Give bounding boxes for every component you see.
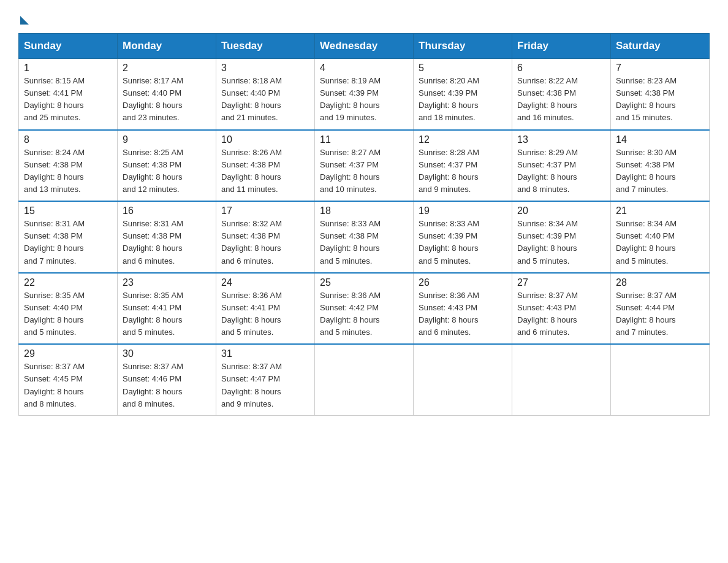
day-info: Sunrise: 8:23 AMSunset: 4:38 PMDaylight:… [616,75,704,124]
day-info: Sunrise: 8:22 AMSunset: 4:38 PMDaylight:… [517,75,605,124]
empty-cell [414,344,512,415]
weekday-header-row: SundayMondayTuesdayWednesdayThursdayFrid… [19,34,710,59]
week-row-5: 29Sunrise: 8:37 AMSunset: 4:45 PMDayligh… [19,344,710,415]
day-cell-31: 31Sunrise: 8:37 AMSunset: 4:47 PMDayligh… [216,344,315,415]
day-info: Sunrise: 8:37 AMSunset: 4:44 PMDaylight:… [616,289,704,339]
day-info: Sunrise: 8:32 AMSunset: 4:38 PMDaylight:… [221,218,309,267]
day-number: 28 [616,277,704,288]
day-cell-4: 4Sunrise: 8:19 AMSunset: 4:39 PMDaylight… [315,59,414,130]
week-row-2: 8Sunrise: 8:24 AMSunset: 4:38 PMDaylight… [19,130,710,202]
day-info: Sunrise: 8:37 AMSunset: 4:46 PMDaylight:… [123,361,211,410]
weekday-header-friday: Friday [512,34,611,59]
logo [18,12,29,22]
day-cell-29: 29Sunrise: 8:37 AMSunset: 4:45 PMDayligh… [19,344,118,415]
day-cell-26: 26Sunrise: 8:36 AMSunset: 4:43 PMDayligh… [414,273,512,345]
week-row-4: 22Sunrise: 8:35 AMSunset: 4:40 PMDayligh… [19,273,710,345]
day-number: 12 [419,134,507,145]
day-info: Sunrise: 8:34 AMSunset: 4:40 PMDaylight:… [616,218,704,267]
day-number: 19 [419,205,507,216]
day-cell-10: 10Sunrise: 8:26 AMSunset: 4:38 PMDayligh… [216,130,315,202]
day-info: Sunrise: 8:29 AMSunset: 4:37 PMDaylight:… [517,147,605,196]
day-number: 5 [419,63,507,74]
day-number: 21 [616,205,704,216]
day-number: 26 [419,277,507,288]
day-cell-5: 5Sunrise: 8:20 AMSunset: 4:39 PMDaylight… [414,59,512,130]
day-info: Sunrise: 8:20 AMSunset: 4:39 PMDaylight:… [419,75,507,124]
day-info: Sunrise: 8:19 AMSunset: 4:39 PMDaylight:… [320,75,408,124]
weekday-header-wednesday: Wednesday [315,34,414,59]
day-number: 10 [221,134,309,145]
day-number: 2 [123,63,211,74]
day-number: 18 [320,205,408,216]
day-number: 22 [24,277,112,288]
day-info: Sunrise: 8:26 AMSunset: 4:38 PMDaylight:… [221,147,309,196]
day-cell-6: 6Sunrise: 8:22 AMSunset: 4:38 PMDaylight… [512,59,611,130]
day-number: 3 [221,63,309,74]
day-cell-7: 7Sunrise: 8:23 AMSunset: 4:38 PMDaylight… [611,59,710,130]
day-cell-27: 27Sunrise: 8:37 AMSunset: 4:43 PMDayligh… [512,273,611,345]
day-number: 4 [320,63,408,74]
week-row-3: 15Sunrise: 8:31 AMSunset: 4:38 PMDayligh… [19,201,710,273]
day-info: Sunrise: 8:35 AMSunset: 4:41 PMDaylight:… [123,289,211,339]
day-info: Sunrise: 8:34 AMSunset: 4:39 PMDaylight:… [517,218,605,267]
week-row-1: 1Sunrise: 8:15 AMSunset: 4:41 PMDaylight… [19,59,710,130]
empty-cell [512,344,611,415]
weekday-header-sunday: Sunday [19,34,118,59]
day-info: Sunrise: 8:17 AMSunset: 4:40 PMDaylight:… [123,75,211,124]
day-info: Sunrise: 8:28 AMSunset: 4:37 PMDaylight:… [419,147,507,196]
day-info: Sunrise: 8:37 AMSunset: 4:45 PMDaylight:… [24,361,112,410]
day-cell-2: 2Sunrise: 8:17 AMSunset: 4:40 PMDaylight… [118,59,216,130]
day-number: 11 [320,134,408,145]
day-number: 1 [24,63,112,74]
day-cell-17: 17Sunrise: 8:32 AMSunset: 4:38 PMDayligh… [216,201,315,273]
day-cell-13: 13Sunrise: 8:29 AMSunset: 4:37 PMDayligh… [512,130,611,202]
day-number: 6 [517,63,605,74]
day-cell-14: 14Sunrise: 8:30 AMSunset: 4:38 PMDayligh… [611,130,710,202]
day-info: Sunrise: 8:24 AMSunset: 4:38 PMDaylight:… [24,147,112,196]
day-info: Sunrise: 8:31 AMSunset: 4:38 PMDaylight:… [123,218,211,267]
empty-cell [611,344,710,415]
weekday-header-monday: Monday [118,34,216,59]
day-cell-3: 3Sunrise: 8:18 AMSunset: 4:40 PMDaylight… [216,59,315,130]
day-cell-30: 30Sunrise: 8:37 AMSunset: 4:46 PMDayligh… [118,344,216,415]
weekday-header-thursday: Thursday [414,34,512,59]
day-info: Sunrise: 8:25 AMSunset: 4:38 PMDaylight:… [123,147,211,196]
day-cell-11: 11Sunrise: 8:27 AMSunset: 4:37 PMDayligh… [315,130,414,202]
day-cell-18: 18Sunrise: 8:33 AMSunset: 4:38 PMDayligh… [315,201,414,273]
day-info: Sunrise: 8:30 AMSunset: 4:38 PMDaylight:… [616,147,704,196]
day-number: 7 [616,63,704,74]
day-number: 15 [24,205,112,216]
day-info: Sunrise: 8:37 AMSunset: 4:47 PMDaylight:… [221,361,309,410]
day-info: Sunrise: 8:36 AMSunset: 4:43 PMDaylight:… [419,289,507,339]
day-number: 27 [517,277,605,288]
day-number: 17 [221,205,309,216]
day-cell-9: 9Sunrise: 8:25 AMSunset: 4:38 PMDaylight… [118,130,216,202]
day-number: 24 [221,277,309,288]
day-info: Sunrise: 8:33 AMSunset: 4:39 PMDaylight:… [419,218,507,267]
day-info: Sunrise: 8:35 AMSunset: 4:40 PMDaylight:… [24,289,112,339]
day-cell-25: 25Sunrise: 8:36 AMSunset: 4:42 PMDayligh… [315,273,414,345]
day-info: Sunrise: 8:27 AMSunset: 4:37 PMDaylight:… [320,147,408,196]
day-cell-22: 22Sunrise: 8:35 AMSunset: 4:40 PMDayligh… [19,273,118,345]
day-info: Sunrise: 8:33 AMSunset: 4:38 PMDaylight:… [320,218,408,267]
day-info: Sunrise: 8:15 AMSunset: 4:41 PMDaylight:… [24,75,112,124]
day-info: Sunrise: 8:31 AMSunset: 4:38 PMDaylight:… [24,218,112,267]
day-info: Sunrise: 8:36 AMSunset: 4:41 PMDaylight:… [221,289,309,339]
day-cell-21: 21Sunrise: 8:34 AMSunset: 4:40 PMDayligh… [611,201,710,273]
logo-arrow-icon [20,16,29,25]
day-info: Sunrise: 8:36 AMSunset: 4:42 PMDaylight:… [320,289,408,339]
day-number: 8 [24,134,112,145]
day-cell-12: 12Sunrise: 8:28 AMSunset: 4:37 PMDayligh… [414,130,512,202]
day-number: 23 [123,277,211,288]
day-cell-8: 8Sunrise: 8:24 AMSunset: 4:38 PMDaylight… [19,130,118,202]
weekday-header-saturday: Saturday [611,34,710,59]
day-cell-19: 19Sunrise: 8:33 AMSunset: 4:39 PMDayligh… [414,201,512,273]
day-number: 29 [24,348,112,359]
page-header [18,12,710,22]
day-number: 13 [517,134,605,145]
day-number: 25 [320,277,408,288]
calendar-table: SundayMondayTuesdayWednesdayThursdayFrid… [18,33,710,416]
empty-cell [315,344,414,415]
day-info: Sunrise: 8:18 AMSunset: 4:40 PMDaylight:… [221,75,309,124]
day-info: Sunrise: 8:37 AMSunset: 4:43 PMDaylight:… [517,289,605,339]
